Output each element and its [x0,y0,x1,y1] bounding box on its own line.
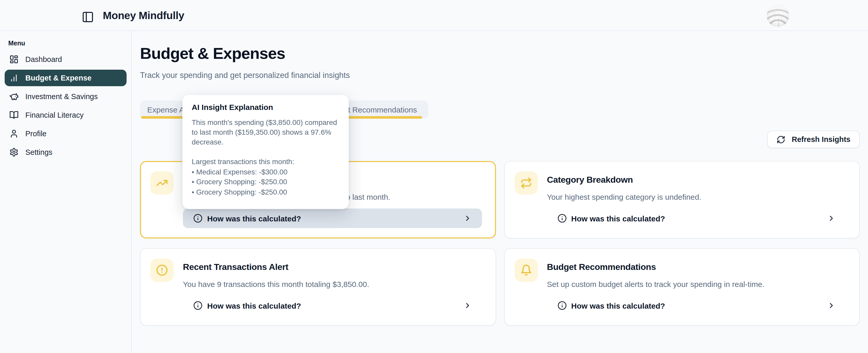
popover-section-heading: Largest transactions this month: [192,157,339,167]
page-title: Budget & Expenses [140,44,860,63]
sidebar-item-profile[interactable]: Profile [5,126,127,142]
card-title: Recent Transactions Alert [183,262,482,273]
sidebar-item-label: Financial Literacy [25,111,84,119]
sidebar-item-label: Dashboard [25,55,62,64]
card-body: Your highest spending category is undefi… [547,192,846,201]
sidebar-nav: Dashboard Budget & Expense Investment & … [0,51,131,161]
card-category-breakdown: Category Breakdown Your highest spending… [504,161,860,239]
piggy-bank-icon [9,92,19,101]
bar-chart-icon [9,73,19,82]
sidebar-item-dashboard[interactable]: Dashboard [5,51,127,68]
sidebar-item-label: Investment & Savings [25,93,98,101]
popover-bullet: • Grocery Shopping: -$250.00 [192,187,339,197]
chevron-right-icon [463,302,471,310]
sidebar-item-label: Profile [25,130,46,138]
menu-section-label: Menu [8,40,131,47]
how-calculated-label: How was this calculated? [571,214,665,223]
book-open-icon [9,110,19,120]
user-icon [9,129,19,138]
how-calculated-label: How was this calculated? [207,301,301,310]
alert-circle-icon [150,258,174,282]
chevron-right-icon [827,302,835,310]
page-subtitle: Track your spending and get personalized… [140,71,860,80]
card-content: Category Breakdown Your highest spending… [547,170,846,230]
bell-icon [514,258,537,282]
repeat-icon [514,171,537,195]
how-calculated-link[interactable]: How was this calculated? [183,209,482,228]
sidebar-item-financial-literacy[interactable]: Financial Literacy [5,107,127,123]
popover-bullet: • Grocery Shopping: -$250.00 [192,177,339,187]
popover-title: AI Insight Explanation [192,103,339,111]
sidebar-item-label: Budget & Expense [25,74,91,82]
top-header: Money Mindfully [0,0,868,31]
card-content: Recent Transactions Alert You have 9 tra… [183,257,482,317]
trending-up-icon [150,171,174,195]
card-title: Budget Recommendations [547,262,846,273]
popover-transactions: Largest transactions this month: • Medic… [192,157,339,197]
chevron-right-icon [463,214,471,222]
sidebar-toggle-button[interactable] [82,11,94,23]
refresh-icon [777,135,785,144]
refresh-insights-label: Refresh Insights [792,135,850,143]
sidebar-item-settings[interactable]: Settings [5,144,127,161]
ai-insight-popover: AI Insight Explanation This month's spen… [182,95,349,209]
how-calculated-link[interactable]: How was this calculated? [547,296,846,315]
card-body: You have 9 transactions this month total… [183,280,482,288]
app-root: Money Mindfully Menu Dashboard Budget & … [0,0,868,353]
how-calculated-link[interactable]: How was this calculated? [547,209,846,228]
sidebar-item-budget-expense[interactable]: Budget & Expense [5,70,127,86]
how-calculated-label: How was this calculated? [571,301,665,310]
card-title: Category Breakdown [547,175,846,185]
app-title: Money Mindfully [103,9,184,22]
sidebar: Menu Dashboard Budget & Expense Investme… [0,31,132,353]
gear-icon [9,148,19,157]
avatar[interactable] [767,5,789,27]
refresh-insights-button[interactable]: Refresh Insights [768,131,860,148]
sidebar-item-investment-savings[interactable]: Investment & Savings [5,88,127,105]
info-icon [557,301,566,310]
card-content: Budget Recommendations Set up custom bud… [547,257,846,317]
sidebar-item-label: Settings [25,148,53,156]
how-calculated-label: How was this calculated? [207,214,301,223]
card-budget-recommendations: Budget Recommendations Set up custom bud… [504,248,860,326]
info-icon [193,214,203,223]
panel-left-icon [82,11,94,23]
card-recent-transactions-alert: Recent Transactions Alert You have 9 tra… [140,248,496,326]
chevron-right-icon [827,214,835,222]
popover-paragraph: This month's spending ($3,850.00) compar… [192,118,339,147]
info-icon [193,301,203,310]
dashboard-icon [9,55,19,64]
how-calculated-link[interactable]: How was this calculated? [183,296,482,315]
popover-bullet: • Medical Expenses: -$300.00 [192,167,339,177]
info-icon [557,214,566,223]
card-body: Set up custom budget alerts to track you… [547,280,846,288]
